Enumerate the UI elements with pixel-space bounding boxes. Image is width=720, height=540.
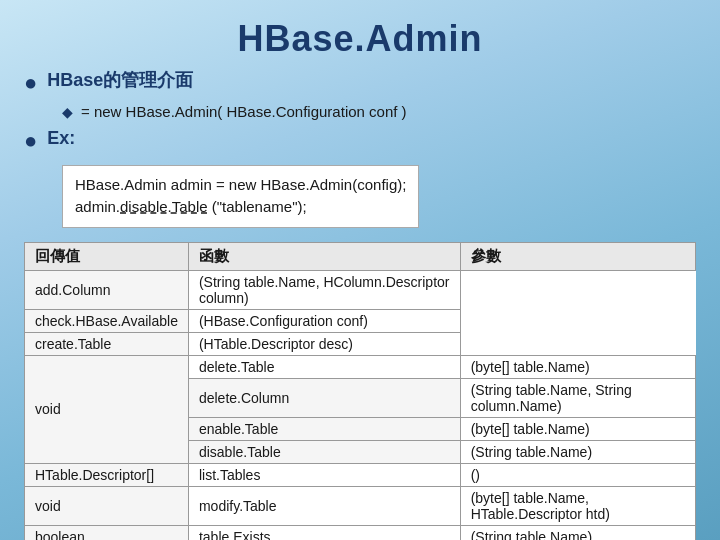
cell-func: disable.Table: [188, 440, 460, 463]
cell-param: (): [460, 463, 695, 486]
cell-param: (HTable.Descriptor desc): [188, 332, 460, 355]
cell-param: (HBase.Configuration conf): [188, 309, 460, 332]
bullet-dot-1: ●: [24, 68, 37, 99]
cell-return: boolean: [25, 525, 189, 540]
bullet-text-ex: Ex:: [47, 126, 75, 151]
cell-func: create.Table: [25, 332, 189, 355]
table-row: voidmodify.Table(byte[] table.Name, HTab…: [25, 486, 696, 525]
cell-func: check.HBase.Available: [25, 309, 189, 332]
code-line2-highlight: disable.Table: [120, 198, 208, 215]
cell-param: (byte[] table.Name): [460, 417, 695, 440]
sub-bullet-dot-1: ◆: [62, 104, 73, 120]
table-row: create.Table(HTable.Descriptor desc): [25, 332, 696, 355]
table-row: HTable.Descriptor[]list.Tables(): [25, 463, 696, 486]
page-title: HBase.Admin: [0, 0, 720, 68]
cell-func: delete.Column: [188, 378, 460, 417]
col-header-param: 參數: [460, 242, 695, 270]
col-header-func: 函數: [188, 242, 460, 270]
api-table: 回傳值 函數 參數 add.Column(String table.Name, …: [24, 242, 696, 540]
api-table-container: 回傳值 函數 參數 add.Column(String table.Name, …: [24, 242, 696, 540]
cell-func: delete.Table: [188, 355, 460, 378]
table-row: add.Column(String table.Name, HColumn.De…: [25, 270, 696, 309]
code-line2-before: admin.: [75, 198, 120, 215]
bullet-dot-2: ●: [24, 126, 37, 157]
sub-bullet-1: ◆ = new HBase.Admin( HBase.Configuration…: [62, 101, 696, 122]
cell-return: void: [25, 486, 189, 525]
table-row: check.HBase.Available(HBase.Configuratio…: [25, 309, 696, 332]
cell-param: (String table.Name): [460, 525, 695, 540]
cell-func: add.Column: [25, 270, 189, 309]
cell-param: (byte[] table.Name, HTable.Descriptor ht…: [460, 486, 695, 525]
cell-param: (String table.Name): [460, 440, 695, 463]
sub-bullet-text-1: = new HBase.Admin( HBase.Configuration c…: [81, 101, 407, 122]
cell-func: table.Exists: [188, 525, 460, 540]
bullet-item-1: ● HBase的管理介面: [24, 68, 696, 99]
bullet-section-1: ● HBase的管理介面 ◆ = new HBase.Admin( HBase.…: [24, 68, 696, 122]
cell-func: modify.Table: [188, 486, 460, 525]
table-row: booleantable.Exists(String table.Name): [25, 525, 696, 540]
cell-return: HTable.Descriptor[]: [25, 463, 189, 486]
bullet-section-2: ● Ex: HBase.Admin admin = new HBase.Admi…: [24, 126, 696, 234]
table-header-row: 回傳值 函數 參數: [25, 242, 696, 270]
code-line2-after: ("tablename");: [208, 198, 307, 215]
cell-param: (String table.Name, HColumn.Descriptor c…: [188, 270, 460, 309]
col-header-return: 回傳值: [25, 242, 189, 270]
cell-func: list.Tables: [188, 463, 460, 486]
cell-func: enable.Table: [188, 417, 460, 440]
bullet-text-1: HBase的管理介面: [47, 68, 193, 93]
cell-param: (String table.Name, String column.Name): [460, 378, 695, 417]
table-row: voiddelete.Table(byte[] table.Name): [25, 355, 696, 378]
code-box: HBase.Admin admin = new HBase.Admin(conf…: [62, 165, 419, 228]
cell-return: void: [25, 355, 189, 463]
bullet-item-2: ● Ex:: [24, 126, 696, 157]
code-line1: HBase.Admin admin = new HBase.Admin(conf…: [75, 176, 406, 193]
cell-param: (byte[] table.Name): [460, 355, 695, 378]
